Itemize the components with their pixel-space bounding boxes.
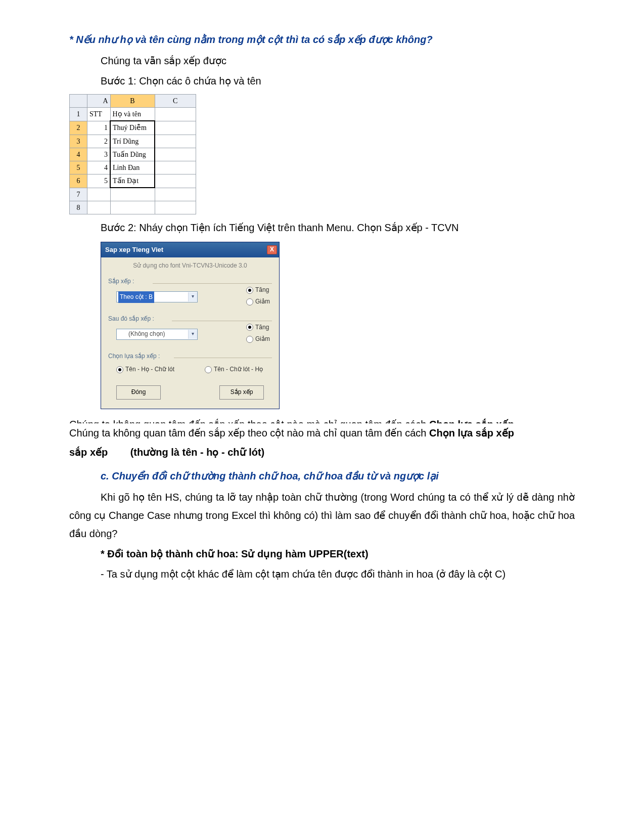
radio-secondary-tang[interactable]: Tăng xyxy=(246,322,270,333)
legend-sapxep: Sắp xếp : xyxy=(107,276,135,287)
radio-primary-tang[interactable]: Tăng xyxy=(246,285,270,296)
excel-row-5: 5 xyxy=(70,161,87,174)
excel-col-B: B xyxy=(110,95,155,108)
secondary-sort-value: (Không chọn) xyxy=(128,329,165,340)
cell-B5: Linh Đan xyxy=(110,161,155,174)
cell-A4: 3 xyxy=(87,148,111,161)
dialog-subtitle: Sử dụng cho font Vni-TCVN3-Unicode 3.0 xyxy=(107,260,273,272)
excel-row-3: 3 xyxy=(70,135,87,148)
cell-B6: Tấn Đạt xyxy=(110,174,155,188)
step-2: Bước 2: Nháy chọn Tiện ích Tiếng Việt tr… xyxy=(101,218,575,237)
cell-A3: 2 xyxy=(87,135,111,148)
excel-row-1: 1 xyxy=(70,108,87,121)
paragraph-5: - Ta sử dụng một cột khác để làm cột tạm… xyxy=(69,565,575,583)
dialog-titlebar: Sap xep Tieng Viet X xyxy=(101,242,279,257)
cell-A6: 5 xyxy=(87,174,111,188)
cell-C4 xyxy=(155,148,196,161)
cell-B1: Họ và tên xyxy=(110,108,155,121)
section-c-heading: c. Chuyển đổi chữ thường thành chữ hoa, … xyxy=(101,467,575,485)
paragraph-3: Khi gõ họ tên HS, chúng ta lỡ tay nhập t… xyxy=(69,488,575,543)
legend-chonlua: Chọn lựa sắp xếp : xyxy=(107,351,161,362)
secondary-sort-dropdown[interactable]: (Không chọn) ▾ xyxy=(116,329,198,340)
step-1: Bước 1: Chọn các ô chứa họ và tên xyxy=(101,72,575,90)
cell-B7 xyxy=(110,188,155,201)
excel-row-7: 7 xyxy=(70,188,87,201)
cell-A8 xyxy=(87,201,111,214)
radio-option-2[interactable]: Tên - Chữ lót - Họ xyxy=(205,364,263,375)
close-button[interactable]: Đóng xyxy=(116,385,161,400)
excel-row-6: 6 xyxy=(70,174,87,188)
cell-A2: 1 xyxy=(87,121,111,135)
cell-C6 xyxy=(155,174,196,188)
cell-C2 xyxy=(155,121,196,135)
cell-B8 xyxy=(110,201,155,214)
sort-button[interactable]: Sắp xếp xyxy=(219,385,264,400)
cell-C5 xyxy=(155,161,196,174)
legend-saudo: Sau đó sắp xếp : xyxy=(107,314,155,325)
excel-row-2: 2 xyxy=(70,121,87,135)
paragraph-4: * Đổi toàn bộ thành chữ hoa: Sử dụng hàm… xyxy=(69,545,575,563)
cell-C8 xyxy=(155,201,196,214)
dialog-title-text: Sap xep Tieng Viet xyxy=(105,244,163,255)
radio-option-1[interactable]: Tên - Họ - Chữ lót xyxy=(116,364,174,375)
sort-dialog: Sap xep Tieng Viet X Sử dụng cho font Vn… xyxy=(101,242,280,409)
question-heading: * Nếu như họ và tên cùng nằm trong một c… xyxy=(69,30,575,49)
cell-A7 xyxy=(87,188,111,201)
excel-col-C: C xyxy=(155,95,196,108)
radio-primary-giam[interactable]: Giảm xyxy=(246,296,270,308)
chevron-down-icon: ▾ xyxy=(188,292,197,301)
cell-B4: Tuấn Dũng xyxy=(110,148,155,161)
excel-col-A: A xyxy=(87,95,111,108)
cell-C1 xyxy=(155,108,196,121)
chevron-down-icon: ▾ xyxy=(188,330,197,339)
radio-secondary-giam[interactable]: Giảm xyxy=(246,334,270,345)
primary-sort-value: Theo cột : B xyxy=(118,291,154,303)
cell-C3 xyxy=(155,135,196,148)
excel-row-4: 4 xyxy=(70,148,87,161)
cell-C7 xyxy=(155,188,196,201)
excel-row-8: 8 xyxy=(70,201,87,214)
answer-line: Chúng ta vẫn sắp xếp được xyxy=(101,52,575,70)
excel-screenshot: A B C 1 STT Họ và tên 2 1 Thuý Diễm 3 2 … xyxy=(69,94,575,214)
primary-sort-dropdown[interactable]: Theo cột : B ▾ xyxy=(116,291,198,302)
close-icon[interactable]: X xyxy=(267,245,277,254)
excel-corner xyxy=(70,95,87,108)
cell-B2: Thuý Diễm xyxy=(110,121,155,135)
cell-A1: STT xyxy=(87,108,111,121)
note-paragraph: Chúng ta không quan tâm đến sắp xếp theo… xyxy=(69,423,575,462)
cell-B3: Trí Dũng xyxy=(110,135,155,148)
cell-A5: 4 xyxy=(87,161,111,174)
